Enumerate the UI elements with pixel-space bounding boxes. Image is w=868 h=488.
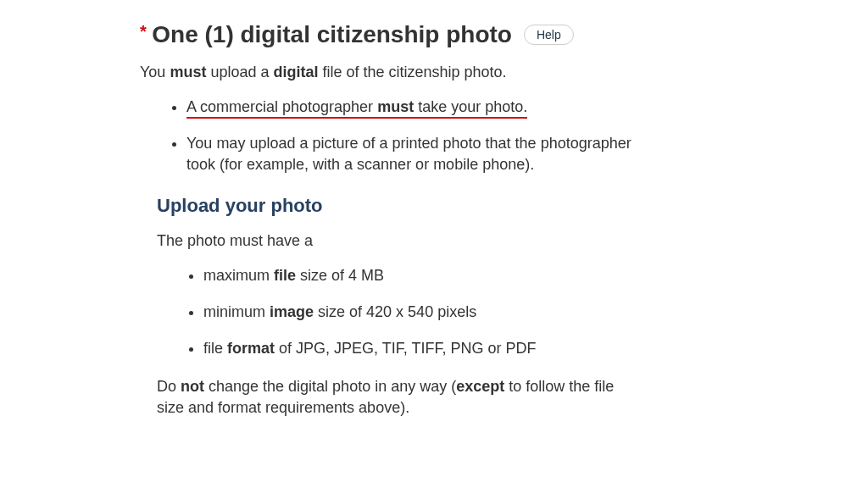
page-title: One (1) digital citizenship photo xyxy=(152,21,512,47)
list-item: minimum image size of 420 x 540 pixels xyxy=(203,302,868,323)
text-bold: must xyxy=(170,64,206,80)
list-item: file format of JPG, JPEG, TIF, TIFF, PNG… xyxy=(203,338,868,359)
required-asterisk: * xyxy=(140,22,147,41)
list-item: A commercial photographer must take your… xyxy=(186,97,644,118)
text: file of the citizenship photo. xyxy=(318,64,506,80)
text-bold: must xyxy=(377,98,414,115)
main-list: A commercial photographer must take your… xyxy=(140,97,868,176)
help-button[interactable]: Help xyxy=(524,25,574,45)
text: You xyxy=(140,64,170,80)
text: Do xyxy=(157,378,181,395)
text: change the digital photo in any way ( xyxy=(204,378,456,395)
list-item: You may upload a picture of a printed ph… xyxy=(186,133,644,175)
text: size of 4 MB xyxy=(296,267,384,284)
intro-text: You must upload a digital file of the ci… xyxy=(140,64,868,81)
heading-row: * One (1) digital citizenship photo Help xyxy=(140,21,868,48)
title-wrapper: * One (1) digital citizenship photo xyxy=(140,21,512,48)
text-bold: digital xyxy=(273,64,318,80)
text-bold: not xyxy=(181,378,204,395)
underlined-requirement: A commercial photographer must take your… xyxy=(186,98,527,119)
requirements-list: maximum file size of 4 MB minimum image … xyxy=(140,265,868,360)
text: size of 420 x 540 pixels xyxy=(314,303,476,320)
text: maximum xyxy=(203,267,274,284)
sub-intro-text: The photo must have a xyxy=(157,232,868,250)
upload-subheading: Upload your photo xyxy=(157,195,868,217)
text: A commercial photographer xyxy=(186,98,377,115)
text: of JPG, JPEG, TIF, TIFF, PNG or PDF xyxy=(275,340,536,357)
text-bold: format xyxy=(227,340,275,357)
text: take your photo. xyxy=(414,98,527,115)
closing-text: Do not change the digital photo in any w… xyxy=(157,376,615,419)
text: minimum xyxy=(203,303,270,320)
list-item: maximum file size of 4 MB xyxy=(203,265,868,286)
text-bold: except xyxy=(456,378,504,395)
text-bold: image xyxy=(270,303,314,320)
text: upload a xyxy=(206,64,273,80)
text-bold: file xyxy=(274,267,296,284)
text: file xyxy=(203,340,227,357)
